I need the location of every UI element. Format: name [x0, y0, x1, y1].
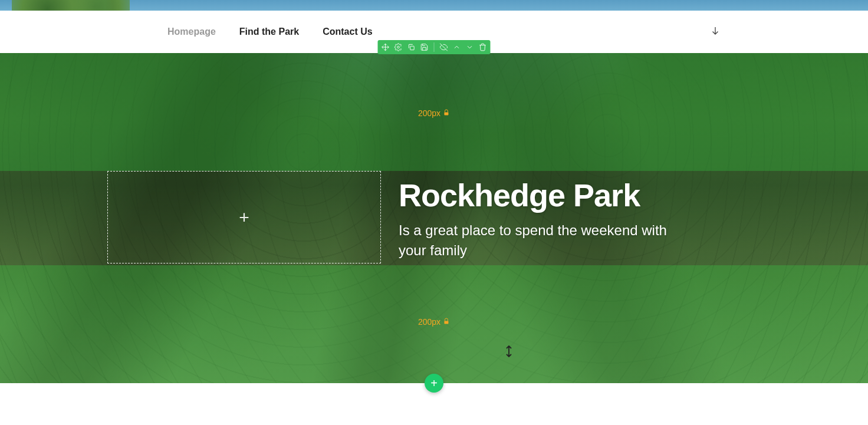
- trash-icon[interactable]: [479, 43, 487, 51]
- resize-handle-icon[interactable]: [505, 345, 513, 360]
- hero-section[interactable]: 200px 200px + Rockhedge Park Is a great …: [0, 53, 868, 383]
- svg-rect-3: [445, 321, 449, 324]
- add-section-button[interactable]: +: [425, 374, 443, 393]
- nav-links: Homepage Find the Park Contact Us: [167, 27, 373, 37]
- plus-icon: +: [430, 377, 438, 390]
- nav-item-homepage[interactable]: Homepage: [167, 27, 216, 37]
- plus-icon: +: [239, 209, 249, 226]
- lock-icon: [443, 317, 450, 327]
- nav-item-contact[interactable]: Contact Us: [323, 27, 372, 37]
- chevron-up-icon[interactable]: [453, 43, 461, 51]
- save-icon[interactable]: [420, 43, 429, 51]
- lock-icon: [443, 108, 450, 118]
- svg-rect-2: [445, 113, 449, 116]
- hero-subtitle[interactable]: Is a great place to spend the weekend wi…: [399, 220, 682, 260]
- hide-icon[interactable]: [440, 43, 448, 51]
- svg-rect-1: [410, 46, 414, 50]
- sky-foliage: [12, 0, 130, 11]
- bottom-spacer-label[interactable]: 200px: [418, 317, 450, 327]
- toolbar-separator: [434, 42, 435, 52]
- hero-text-block[interactable]: Rockhedge Park Is a great place to spend…: [399, 177, 797, 260]
- duplicate-icon[interactable]: [407, 43, 416, 51]
- svg-point-0: [397, 46, 400, 48]
- spacer-value-top: 200px: [418, 108, 440, 118]
- chevron-down-icon[interactable]: [466, 43, 474, 51]
- nav-item-find-park[interactable]: Find the Park: [239, 27, 299, 37]
- spacer-value-bottom: 200px: [418, 317, 440, 327]
- hero-title[interactable]: Rockhedge Park: [399, 177, 797, 213]
- sky-strip: [0, 0, 868, 11]
- nav-scroll-down-icon[interactable]: [710, 25, 721, 38]
- empty-drop-zone[interactable]: +: [107, 171, 381, 263]
- gear-icon[interactable]: [394, 43, 403, 51]
- section-toolbar: [378, 40, 491, 54]
- top-spacer-label[interactable]: 200px: [418, 108, 450, 118]
- move-icon[interactable]: [382, 43, 390, 51]
